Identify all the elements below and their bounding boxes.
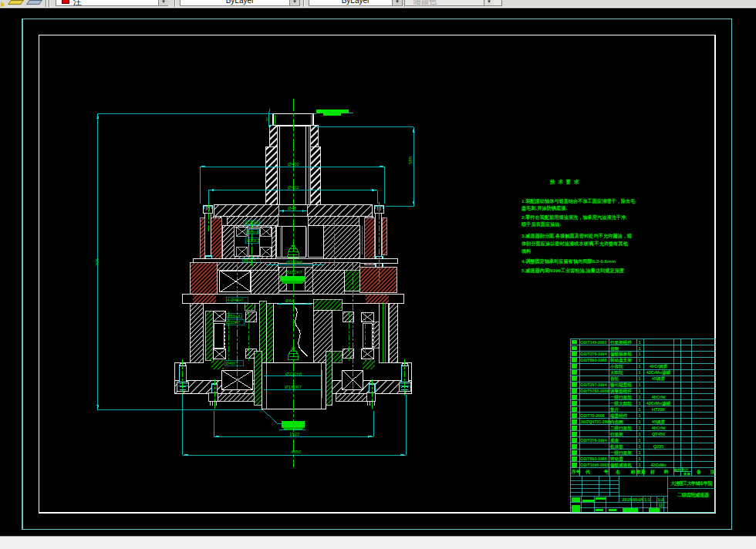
svg-text:GB/T70-2008: GB/T70-2008 — [580, 413, 605, 418]
svg-text:Ø180K7: Ø180K7 — [285, 385, 302, 389]
svg-text:1: 1 — [639, 352, 641, 356]
svg-text:Ø400: Ø400 — [288, 162, 299, 167]
svg-text:转动盖: 转动盖 — [609, 456, 623, 462]
svg-text:705: 705 — [95, 258, 100, 266]
svg-text:端盖组件: 端盖组件 — [609, 413, 628, 419]
svg-text:重量: 重量 — [683, 472, 690, 476]
svg-text:GB/T276-1994: GB/T276-1994 — [580, 352, 606, 356]
svg-text:小齿轮: 小齿轮 — [609, 364, 623, 369]
svg-text:4.调整固定轴承时应留有轴向间隙0.2-0.6mm: 4.调整固定轴承时应留有轴向间隙0.2-0.6mm — [521, 258, 616, 264]
svg-text:585: 585 — [408, 156, 413, 164]
svg-text:1: 1 — [639, 463, 641, 467]
svg-text:太阳轮: 太阳轮 — [609, 370, 623, 376]
svg-text:2.零件在装配前用煤油清洗，轴承用汽油清洗干净,: 2.零件在装配前用煤油清洗，轴承用汽油清洗干净, — [521, 214, 627, 221]
svg-text:Ø64: Ø64 — [285, 298, 295, 303]
svg-text:1: 1 — [639, 358, 641, 362]
svg-text:1.装配滚动轴体与箱盖结合不加工面应清理干，除去毛: 1.装配滚动轴体与箱盖结合不加工面应清理干，除去毛 — [521, 198, 636, 204]
svg-text:42CrMo: 42CrMo — [650, 463, 667, 467]
svg-text:1: 1 — [639, 413, 641, 418]
svg-text:二级齿轮减速器: 二级齿轮减速器 — [677, 492, 710, 498]
svg-text:12: 12 — [658, 503, 663, 507]
svg-text:20: 20 — [265, 117, 270, 122]
svg-text:垫片: 垫片 — [609, 407, 619, 413]
svg-text:Ø230h6: Ø230h6 — [286, 260, 303, 264]
svg-text:3.减速器剖分面,各接触面及密封处均不允许漏油，箱: 3.减速器剖分面,各接触面及密封处均不允许漏油，箱 — [521, 233, 632, 239]
svg-text:技 术 要 求: 技 术 要 求 — [549, 179, 579, 185]
svg-text:1: 1 — [639, 376, 641, 381]
svg-text:Ø422: Ø422 — [288, 185, 299, 190]
svg-text:1: 1 — [639, 407, 641, 412]
svg-text:制动盘支架: 制动盘支架 — [609, 358, 632, 363]
svg-text:数量: 数量 — [636, 469, 646, 475]
svg-text:1: 1 — [639, 444, 641, 449]
svg-text:45调质: 45调质 — [652, 419, 666, 425]
svg-text:GB/T893-1986: GB/T893-1986 — [580, 358, 606, 362]
svg-text:一级行星架: 一级行星架 — [610, 450, 632, 456]
svg-text:1: 1 — [639, 432, 641, 436]
svg-text:HT200: HT200 — [652, 407, 665, 412]
svg-text:Ø48: Ø48 — [288, 206, 297, 211]
svg-text:1522: 1522 — [289, 432, 300, 436]
svg-text:Ø62K7: Ø62K7 — [244, 258, 256, 263]
svg-text:1: 1 — [639, 419, 641, 424]
svg-text:40CrNi: 40CrNi — [651, 395, 665, 399]
svg-text:底座: 底座 — [609, 438, 619, 443]
svg-text:序号: 序号 — [571, 469, 581, 475]
svg-text:1: 1 — [639, 395, 641, 399]
svg-text:1: 1 — [639, 456, 641, 461]
svg-text:代 号: 代 号 — [585, 469, 615, 475]
svg-text:GB/T893-1986: GB/T893-1986 — [580, 456, 606, 461]
svg-text:晾干后表面应涂油.: 晾干后表面应涂油. — [521, 221, 562, 227]
svg-text:1: 1 — [639, 346, 641, 351]
svg-text:一级太阳轮: 一级太阳轮 — [610, 401, 632, 406]
svg-text:机体垫: 机体垫 — [609, 444, 623, 450]
svg-text:Q235: Q235 — [653, 444, 664, 449]
svg-text:输出端盖组: 输出端盖组 — [609, 382, 632, 388]
svg-text:一级行星轮: 一级行星轮 — [610, 395, 632, 400]
svg-text:40CrNi: 40CrNi — [651, 426, 665, 430]
svg-text:GB/T276-1994: GB/T276-1994 — [580, 438, 606, 443]
svg-text:JB/ZQ4731-2006: JB/ZQ4731-2006 — [580, 419, 611, 424]
svg-text:Ø180K7: Ø180K7 — [285, 270, 303, 274]
svg-text:1: 1 — [639, 389, 641, 393]
svg-text:1: 1 — [639, 401, 641, 406]
svg-text:填料: 填料 — [521, 248, 532, 254]
svg-text:体剖分面应涂以密封油漆或水玻璃,不允许垫有其他: 体剖分面应涂以密封油漆或水玻璃,不允许垫有其他 — [521, 241, 629, 247]
svg-text:1:2: 1:2 — [658, 497, 664, 502]
svg-text:1: 1 — [639, 340, 641, 345]
svg-text:Ø30m6: Ø30m6 — [246, 230, 259, 234]
svg-text:齿轮: 齿轮 — [610, 376, 619, 382]
svg-text:大连理工大学城市学院: 大连理工大学城市学院 — [670, 480, 713, 487]
svg-text:GB/T5782-2000: GB/T5782-2000 — [580, 389, 609, 393]
svg-text:Ø230h6: Ø230h6 — [285, 372, 302, 376]
svg-text:5.减速器内装N100工业齿轮油,油量达到规定深度: 5.减速器内装N100工业齿轮油,油量达到规定深度 — [521, 268, 625, 274]
svg-text:40Cr调质: 40Cr调质 — [650, 364, 668, 369]
svg-text:1: 1 — [639, 426, 641, 430]
svg-text:45调质: 45调质 — [652, 376, 666, 382]
svg-text:QT450: QT450 — [652, 432, 665, 436]
svg-text:1: 1 — [639, 370, 641, 375]
svg-text:42CrMo渗碳: 42CrMo渗碳 — [646, 401, 671, 406]
svg-text:偏航轴承组: 偏航轴承组 — [609, 352, 632, 357]
svg-text:Ø230h6: Ø230h6 — [245, 221, 259, 225]
svg-text:偏航减速机: 偏航减速机 — [609, 463, 632, 468]
svg-text:Ø50m6: Ø50m6 — [228, 314, 241, 318]
svg-text:1: 1 — [639, 438, 641, 443]
svg-text:Ø46K7: Ø46K7 — [226, 361, 238, 365]
svg-text:行星架: 行星架 — [609, 432, 623, 437]
svg-text:1:1: 1:1 — [644, 497, 650, 502]
svg-text:二级行星轮: 二级行星轮 — [610, 426, 632, 431]
svg-text:1: 1 — [639, 450, 641, 455]
svg-text:GB/T145-2001: GB/T145-2001 — [580, 340, 606, 345]
svg-text:Ø110K7: Ø110K7 — [226, 320, 241, 325]
svg-text:GB/T1096-2003: GB/T1096-2003 — [580, 463, 609, 467]
svg-text:盘毛刺,并涂防锈底漆.: 盘毛刺,并涂防锈底漆. — [521, 205, 567, 211]
svg-text:内齿圈: 内齿圈 — [610, 419, 623, 425]
svg-text:备 注: 备 注 — [696, 469, 719, 475]
svg-text:调整垫组件: 调整垫组件 — [609, 389, 632, 394]
svg-text:42CrMo渗碳: 42CrMo渗碳 — [646, 370, 671, 376]
svg-text:4-Ø48H7: 4-Ø48H7 — [228, 298, 244, 302]
svg-text:1: 1 — [639, 364, 641, 369]
svg-text:1: 1 — [639, 382, 641, 387]
svg-text:GB/T297-1994: GB/T297-1994 — [580, 382, 606, 387]
